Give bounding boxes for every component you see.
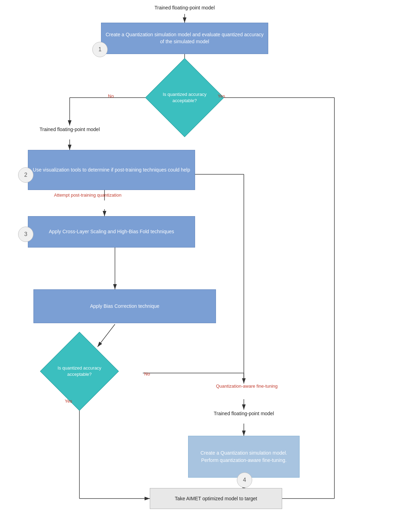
start-label: Trained floating-point model <box>139 5 230 10</box>
diamond2-container: Is quantized accuracy acceptable? <box>52 345 107 397</box>
box4: Apply Bias Correction technique <box>33 289 216 323</box>
diagram-container: Trained floating-point model Create a Qu… <box>0 0 418 532</box>
fp-model-3-label: Trained floating-point model <box>206 411 282 416</box>
diamond1-text: Is quantized accuracy acceptable? <box>160 91 209 104</box>
diamond2-text: Is quantized accuracy acceptable? <box>55 365 104 378</box>
fp-model-2-label: Trained floating-point model <box>28 127 111 132</box>
diamond1-container: Is quantized accuracy acceptable? <box>157 71 212 124</box>
step-circle-4: 4 <box>237 472 252 488</box>
svg-line-14 <box>98 324 115 347</box>
diamond1-yes-label: Yes <box>218 93 225 99</box>
diamond2-yes-label: Yes <box>65 398 72 404</box>
box2: Use visualization tools to determine if … <box>28 150 195 190</box>
final-box: Take AIMET optimized model to target <box>150 488 282 509</box>
box1: Create a Quantization simulation model a… <box>101 23 268 54</box>
box5: Create a Quantization simulation model. … <box>188 436 300 478</box>
attempt-label: Attempt post-training quantization <box>54 192 122 198</box>
diamond1-no-label: No <box>108 93 114 99</box>
step-circle-2: 2 <box>18 167 33 183</box>
step-circle-1: 1 <box>92 42 108 57</box>
diamond2-no-label: No <box>144 371 150 377</box>
qa-finetuning-label: Quantization-aware fine-tuning <box>216 383 278 389</box>
box3: Apply Cross-Layer Scaling and High-Bias … <box>28 216 195 248</box>
step-circle-3: 3 <box>18 227 33 242</box>
